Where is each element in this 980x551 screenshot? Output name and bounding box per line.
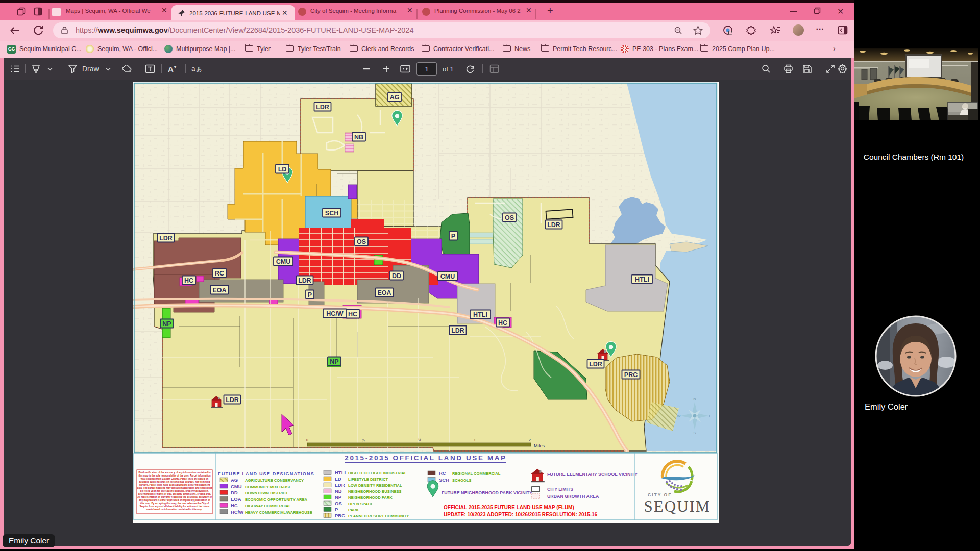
svg-text:LDR: LDR <box>226 396 239 404</box>
svg-text:NEIGHBORHOOD BUSINESS: NEIGHBORHOOD BUSINESS <box>348 489 402 494</box>
svg-text:made based on information cont: made based on information contained in t… <box>146 508 203 511</box>
svg-text:EOA: EOA <box>231 496 241 502</box>
svg-text:LD: LD <box>278 166 287 173</box>
svg-text:NP: NP <box>330 358 338 365</box>
svg-text:P: P <box>308 291 312 298</box>
svg-text:LOW-DENSITY RESIDENTIAL: LOW-DENSITY RESIDENTIAL <box>348 483 402 488</box>
svg-text:Miles: Miles <box>534 443 545 448</box>
svg-text:CMU: CMU <box>231 484 242 489</box>
svg-text:LD: LD <box>335 476 341 482</box>
svg-text:All representation of warranty: All representation of warranty regarding… <box>137 496 212 498</box>
svg-text:determination of rights of way: determination of rights of way, property… <box>138 493 211 495</box>
svg-text:HTLI: HTLI <box>335 470 346 475</box>
svg-text:HC: HC <box>498 319 507 327</box>
svg-text:LIFESTYLE DISTRICT: LIFESTYLE DISTRICT <box>348 477 388 482</box>
svg-text:HIGHWAY COMMERCIAL: HIGHWAY COMMERCIAL <box>245 504 291 508</box>
svg-text:available public records on ex: available public records on existing map… <box>139 481 210 483</box>
svg-text:LDR: LDR <box>589 361 602 368</box>
svg-text:REGIONAL COMMERCIAL: REGIONAL COMMERCIAL <box>452 471 501 476</box>
svg-text:2: 2 <box>529 438 531 442</box>
svg-text:UPDATE: 10/2023 ADOPTED: 10/2: UPDATE: 10/2023 ADOPTED: 10/26/2015 RESO… <box>444 512 598 517</box>
svg-text:HC/W: HC/W <box>231 509 243 515</box>
svg-text:OFFICIAL 2015-2035 FUTURE LAND: OFFICIAL 2015-2035 FUTURE LAND USE MAP (… <box>444 505 574 510</box>
svg-text:E: E <box>709 414 712 418</box>
svg-text:CMU: CMU <box>276 258 290 265</box>
svg-text:be relied upon for site specif: be relied upon for site specific analysi… <box>140 490 209 492</box>
svg-text:ECONOMIC OPPORTUNITY AREA: ECONOMIC OPPORTUNITY AREA <box>245 497 307 502</box>
svg-text:CITY LIMITS: CITY LIMITS <box>547 487 573 492</box>
svg-text:HIGH TECH LIGHT INDUSTRIAL: HIGH TECH LIGHT INDUSTRIAL <box>348 471 407 475</box>
svg-text:¼: ¼ <box>362 438 365 442</box>
svg-text:DD: DD <box>392 272 401 280</box>
svg-text:NP: NP <box>162 320 171 328</box>
svg-text:LDR: LDR <box>451 327 464 334</box>
svg-text:1: 1 <box>474 438 476 442</box>
svg-text:URBAN GROWTH AREA: URBAN GROWTH AREA <box>547 494 599 499</box>
svg-text:SCH: SCH <box>439 477 449 483</box>
svg-text:RC: RC <box>215 270 224 277</box>
svg-text:HEAVY COMMERCIAL/WAREHOUSE: HEAVY COMMERCIAL/WAREHOUSE <box>245 510 312 515</box>
svg-text:½: ½ <box>418 438 421 442</box>
svg-text:SEQUIM: SEQUIM <box>644 497 711 515</box>
svg-text:LDR: LDR <box>547 221 560 229</box>
svg-text:FUTURE NEIGHBORHOOD PARK VICIN: FUTURE NEIGHBORHOOD PARK VICINITY <box>442 490 532 495</box>
svg-text:PLANNED RESORT COMMUNITY: PLANNED RESORT COMMUNITY <box>348 514 409 518</box>
svg-text:any map feature is either expr: any map feature is either expressed or i… <box>139 499 210 502</box>
svg-text:SCH: SCH <box>325 210 338 217</box>
svg-text:surveys. Parcel lines have bee: surveys. Parcel lines have been adjusted… <box>139 484 210 486</box>
svg-text:HTLI: HTLI <box>473 311 487 318</box>
svg-text:P: P <box>451 233 455 240</box>
svg-text:HC: HC <box>348 311 357 318</box>
svg-text:LDR: LDR <box>335 482 345 488</box>
svg-text:NB: NB <box>354 134 363 141</box>
svg-text:data. The parcel mapping may c: data. The parcel mapping may contain ina… <box>137 487 212 489</box>
svg-text:Field verification of the accu: Field verification of the accuracy of an… <box>138 471 210 474</box>
svg-text:PRC: PRC <box>335 513 345 518</box>
svg-text:HC: HC <box>184 277 193 284</box>
svg-text:AG: AG <box>390 94 400 101</box>
svg-text:HC/W: HC/W <box>326 310 344 317</box>
svg-text:DOWNTOWN DISTRICT: DOWNTOWN DISTRICT <box>245 491 288 495</box>
svg-text:PARK: PARK <box>348 508 359 512</box>
svg-text:S: S <box>693 431 696 435</box>
svg-text:P: P <box>335 507 338 512</box>
svg-text:was obtained from Clallam Coun: was obtained from Clallam County. Parcel… <box>140 478 209 480</box>
svg-text:OS: OS <box>357 238 366 245</box>
svg-text:LDR: LDR <box>316 104 329 111</box>
svg-text:CITY OF: CITY OF <box>648 492 672 497</box>
svg-text:OPEN SPACE: OPEN SPACE <box>348 502 373 506</box>
svg-text:PRC: PRC <box>624 371 638 379</box>
svg-text:SCHOOLS: SCHOOLS <box>452 478 472 483</box>
svg-text:NB: NB <box>335 488 342 494</box>
svg-text:N: N <box>693 397 696 402</box>
svg-text:LDR: LDR <box>159 235 173 242</box>
svg-text:FUTURE ELEMENTARY SCHOOL VICIN: FUTURE ELEMENTARY SCHOOL VICINITY <box>547 472 638 477</box>
svg-text:OS: OS <box>505 214 514 221</box>
svg-text:0: 0 <box>306 438 308 442</box>
svg-text:NP: NP <box>335 494 342 500</box>
svg-text:EOA: EOA <box>377 289 391 296</box>
svg-text:OS: OS <box>335 500 342 506</box>
svg-text:this map. By accepting this ma: this map. By accepting this map, the use… <box>140 502 209 505</box>
svg-text:NEIGHBORHOOD PARK: NEIGHBORHOOD PARK <box>348 495 393 500</box>
svg-text:AGRICULTURE CONSERVANCY: AGRICULTURE CONSERVANCY <box>245 478 304 483</box>
svg-text:DD: DD <box>231 490 238 495</box>
svg-text:this map is the sole responsib: this map is the sole responsibility of t… <box>138 474 210 477</box>
svg-text:AG: AG <box>231 477 238 483</box>
svg-text:HC: HC <box>231 503 238 508</box>
svg-text:W: W <box>677 414 681 418</box>
svg-text:HTLI: HTLI <box>635 276 649 283</box>
svg-text:COMMUNITY MIXED-USE: COMMUNITY MIXED-USE <box>245 485 291 489</box>
svg-text:FUTURE LAND USE DESIGNATIONS: FUTURE LAND USE DESIGNATIONS <box>218 471 314 477</box>
svg-text:LDR: LDR <box>298 277 311 284</box>
svg-text:EOA: EOA <box>212 287 226 294</box>
svg-text:RC: RC <box>439 470 446 476</box>
svg-text:Sequim from any and all direct: Sequim from any and all direct liability… <box>140 505 210 508</box>
svg-text:2015-2035 OFFICIAL LAND USE MA: 2015-2035 OFFICIAL LAND USE MAP <box>345 454 506 462</box>
svg-text:CMU: CMU <box>440 273 455 280</box>
